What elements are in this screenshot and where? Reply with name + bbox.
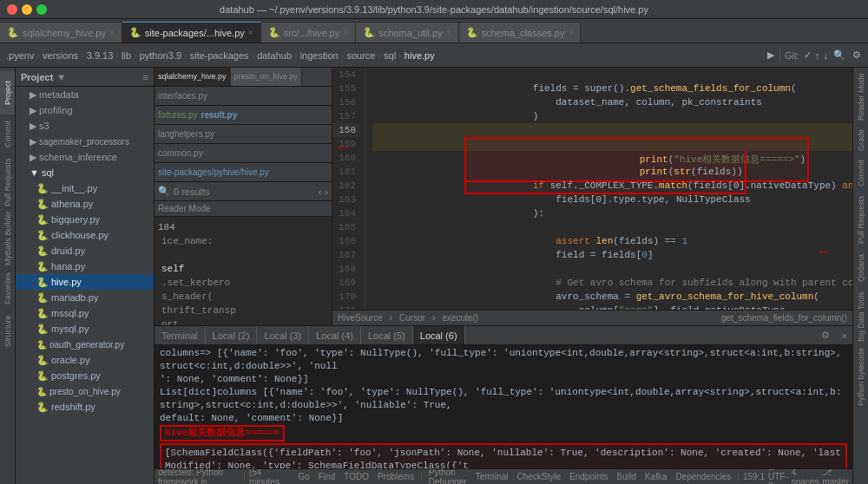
tree-item-mssql[interactable]: 🐍 mssql.py bbox=[16, 305, 154, 321]
breadcrumb-pyenv[interactable]: .pyenv bbox=[3, 50, 36, 61]
term-tab-local2[interactable]: Local (2) bbox=[206, 326, 258, 345]
tree-item-schema-inference[interactable]: ▶ schema_inference bbox=[16, 149, 154, 165]
sidebar-settings-icon[interactable]: ≡ bbox=[143, 72, 148, 82]
git-check[interactable]: ✓ bbox=[802, 49, 813, 61]
vtab-favorites[interactable]: Favorites bbox=[0, 267, 16, 309]
status-go[interactable]: Go bbox=[295, 472, 312, 481]
rvtab-big-data-tools[interactable]: Big Data Tools bbox=[855, 289, 867, 344]
tree-item-presto-on-hive[interactable]: 🐍 presto_on_hive.py bbox=[16, 383, 154, 399]
tree-item-clickhouse[interactable]: 🐍 clickhouse.py bbox=[16, 227, 154, 243]
rvtab-reader-mode[interactable]: Reader Mode bbox=[855, 71, 867, 123]
tab-src-hive[interactable]: 🐍 src/.../hive.py × bbox=[261, 22, 357, 43]
diff-tab-presto[interactable]: presto_on_hive.py bbox=[231, 68, 303, 86]
tree-item-sagemaker[interactable]: ▶ sagemaker_processors bbox=[16, 134, 154, 149]
tree-item-druid[interactable]: 🐍 druid.py bbox=[16, 243, 154, 258]
tree-item-oracle[interactable]: 🐍 oracle.py bbox=[16, 352, 154, 368]
tree-item-mariadb[interactable]: 🐍 mariadb.py bbox=[16, 290, 154, 305]
vtab-pull-requests[interactable]: Pull Requests bbox=[0, 154, 16, 210]
folder-icon: ▶ bbox=[30, 105, 36, 116]
term-tab-local4[interactable]: Local (4) bbox=[309, 326, 361, 345]
tree-item-init[interactable]: 🐍 __init__.py bbox=[16, 180, 154, 196]
tree-item-metadata[interactable]: ▶ metadata bbox=[16, 87, 154, 102]
diff-tab-result[interactable]: result.py bbox=[201, 110, 238, 120]
vtab-project[interactable]: Project bbox=[0, 71, 16, 114]
status-problems[interactable]: Problems bbox=[375, 472, 417, 481]
git-pull[interactable]: ↓ bbox=[822, 50, 831, 61]
tree-item-profiling[interactable]: ▶ profiling bbox=[16, 102, 154, 118]
rvtab-grade[interactable]: Grade bbox=[855, 124, 867, 155]
tree-item-hana[interactable]: 🐍 hana.py bbox=[16, 258, 154, 274]
vtab-structure[interactable]: Structure bbox=[0, 310, 16, 353]
breadcrumb-source[interactable]: source bbox=[344, 50, 378, 61]
tab-sqlalchemy-hive[interactable]: 🐍 sqlalchemy_hive.py × bbox=[0, 22, 122, 43]
tree-item-hive[interactable]: 🐍 hive.py bbox=[16, 274, 154, 290]
diff-line-num: 184 bbox=[158, 220, 328, 234]
search-nav-prev[interactable]: ‹ bbox=[319, 186, 322, 197]
code-lines[interactable]: fields = super().get_schema_fields_for_c… bbox=[365, 68, 852, 310]
rvtab-commit[interactable]: Commit bbox=[855, 156, 867, 191]
terminal-content[interactable]: columns=> [{'name': 'foo', 'type': NullT… bbox=[155, 345, 852, 468]
tree-item-sql[interactable]: ▼ sql bbox=[16, 165, 154, 180]
status-python-debugger[interactable]: Python Debugger bbox=[426, 468, 470, 484]
run-button[interactable]: ▶ bbox=[764, 49, 778, 61]
diff-tab-common[interactable]: common.py bbox=[158, 148, 203, 158]
breadcrumb-versions[interactable]: versions bbox=[40, 50, 81, 61]
terminal-close-icon[interactable]: × bbox=[837, 330, 852, 341]
tab-site-packages-hive[interactable]: 🐍 site-packages/...hive.py × bbox=[122, 22, 261, 43]
status-dependencies[interactable]: Dependencies bbox=[673, 472, 733, 481]
status-todo[interactable]: TODO bbox=[341, 472, 372, 481]
rvtab-qodana[interactable]: Qodana bbox=[855, 248, 867, 288]
rvtab-python-bytecode[interactable]: Python bytecode bbox=[855, 345, 867, 408]
reader-mode-label[interactable]: Reader Mode bbox=[158, 204, 211, 213]
status-terminal[interactable]: Terminal bbox=[473, 472, 511, 481]
tree-item-bigquery[interactable]: 🐍 bigquery.py bbox=[16, 212, 154, 227]
diff-tab-interfaces[interactable]: interfaces.py bbox=[158, 91, 207, 101]
diff-tab-fixtures[interactable]: fixtures.py bbox=[158, 110, 198, 120]
breadcrumb-site-packages[interactable]: site-packages bbox=[187, 50, 252, 61]
diff-tab-langhelpers[interactable]: langhelpers.py bbox=[158, 129, 214, 139]
term-tab-local6[interactable]: Local (6) bbox=[413, 326, 465, 345]
search-nav-next[interactable]: › bbox=[325, 186, 328, 197]
file-tree: ▶ metadata ▶ profiling ▶ s3 ▶ sagemaker_… bbox=[16, 87, 154, 484]
folder-icon: ▶ bbox=[30, 152, 36, 163]
sidebar-dropdown-icon[interactable]: ▼ bbox=[56, 72, 66, 82]
status-checkstyle[interactable]: CheckStyle bbox=[515, 472, 564, 481]
term-tab-local3[interactable]: Local (3) bbox=[257, 326, 309, 345]
breadcrumb-python39[interactable]: python3.9 bbox=[137, 50, 184, 61]
maximize-button[interactable] bbox=[36, 4, 47, 15]
tree-item-mysql[interactable]: 🐍 mysql.py bbox=[16, 321, 154, 337]
tab-schema-classes[interactable]: 🐍 schema_classes.py × bbox=[459, 22, 582, 43]
status-configure[interactable]: Configure (54 minutes ago) bbox=[249, 468, 289, 484]
status-find[interactable]: Find bbox=[316, 472, 338, 481]
close-button[interactable] bbox=[7, 4, 17, 15]
function-label: get_schema_fields_for_column() bbox=[721, 313, 847, 323]
diff-tab-sqlalchemy[interactable]: sqlalchemy_hive.py bbox=[155, 68, 231, 86]
tree-item-s3[interactable]: ▶ s3 bbox=[16, 118, 154, 134]
status-endpoints[interactable]: Endpoints bbox=[567, 472, 610, 481]
tree-item-oauth[interactable]: 🐍 oauth_generator.py bbox=[16, 337, 154, 352]
breadcrumb-datahub[interactable]: datahub bbox=[254, 50, 294, 61]
breadcrumb-python[interactable]: 3.9.13 bbox=[84, 50, 116, 61]
rvtab-pull-requests[interactable]: Pull Requests bbox=[855, 192, 867, 247]
tab-schema-util[interactable]: 🐍 schema_util.py × bbox=[356, 22, 458, 43]
breadcrumb-lib[interactable]: lib bbox=[119, 50, 134, 61]
toolbar-settings[interactable]: ⚙ bbox=[849, 49, 865, 61]
tree-item-redshift[interactable]: 🐍 redshift.py bbox=[16, 399, 154, 415]
term-tab-terminal[interactable]: Terminal bbox=[155, 326, 206, 345]
breadcrumb-ingestion[interactable]: ingestion bbox=[298, 50, 341, 61]
tree-item-postgres[interactable]: 🐍 postgres.py bbox=[16, 368, 154, 383]
diff-tab-pyhive[interactable]: site-packages/pyhive/hive.py bbox=[158, 167, 269, 177]
tree-item-athena[interactable]: 🐍 athena.py bbox=[16, 196, 154, 212]
term-tab-local5[interactable]: Local (5) bbox=[361, 326, 413, 345]
python-file-icon: 🐍 bbox=[36, 277, 49, 288]
minimize-button[interactable] bbox=[22, 4, 32, 15]
git-push[interactable]: ↑ bbox=[813, 50, 822, 61]
terminal-settings-icon[interactable]: ⚙ bbox=[814, 330, 837, 341]
vtab-commit[interactable]: Commit bbox=[0, 115, 16, 154]
status-build[interactable]: Build bbox=[615, 472, 639, 481]
vtab-mybatis[interactable]: MyBatis Builder bbox=[0, 211, 16, 266]
breadcrumb-hivepy[interactable]: hive.py bbox=[402, 50, 437, 61]
status-kafka[interactable]: Kafka bbox=[642, 472, 670, 481]
breadcrumb-sql[interactable]: sql bbox=[381, 50, 398, 61]
toolbar-search[interactable]: 🔍 bbox=[830, 49, 849, 61]
